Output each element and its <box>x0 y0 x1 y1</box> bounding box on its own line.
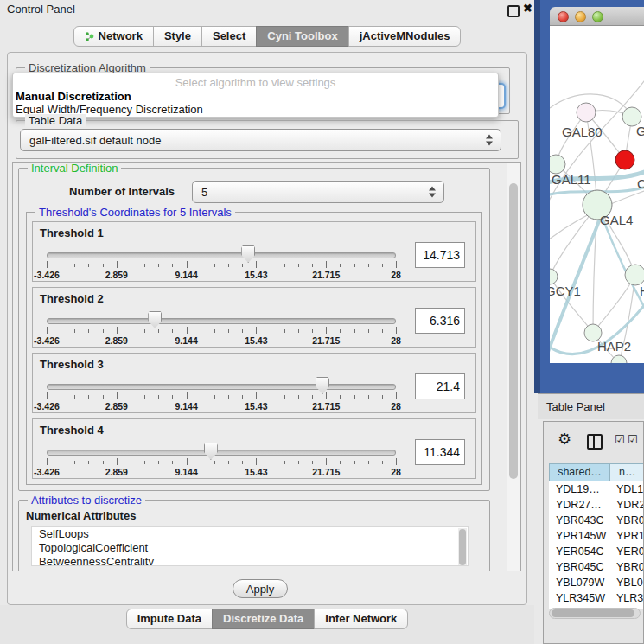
tab-jactivemnodules[interactable]: jActiveMNodules <box>348 26 462 47</box>
column-header-shared-name[interactable]: shared… <box>549 463 610 481</box>
node-gal11[interactable] <box>550 155 565 174</box>
horizontal-scrollbar-thumb[interactable] <box>552 609 634 617</box>
node-selected-red[interactable] <box>615 150 634 169</box>
node-gal80[interactable] <box>577 103 596 122</box>
checkbox-icon[interactable]: ☑ <box>628 433 638 446</box>
network-node-label: GAL4 <box>600 213 633 227</box>
checkbox-icon[interactable]: ☑ <box>615 433 625 446</box>
threshold-value-field[interactable] <box>415 373 465 399</box>
list-scrollbar[interactable] <box>458 528 467 566</box>
slider-thumb[interactable] <box>148 311 162 328</box>
threshold-slider[interactable]: -3.4262.8599.14415.4321.71528 <box>47 443 396 479</box>
tab-label: Style <box>164 27 191 46</box>
cell-name[interactable]: YER0 <box>616 544 643 559</box>
tab-cyni-toolbox[interactable]: Cyni Toolbox <box>256 26 348 47</box>
tab-discretize-data[interactable]: Discretize Data <box>212 609 315 629</box>
tab-infer-network[interactable]: Infer Network <box>314 609 408 629</box>
cell-shared-name[interactable]: YBR043C <box>556 513 604 528</box>
slider-thumb[interactable] <box>241 245 255 263</box>
list-item[interactable]: SelfLoops <box>32 527 468 541</box>
cell-name[interactable]: YBL0 <box>616 575 643 590</box>
network-graph: GAL80 GA C GAL11 GAL4 GCY1 H HAP2 <box>550 26 644 363</box>
table-panel-title: Table Panel <box>546 400 605 413</box>
cell-name[interactable]: YDL1 <box>616 481 643 497</box>
threshold-slider[interactable]: -3.4262.8599.14415.4321.71528 <box>47 377 396 413</box>
cell-shared-name[interactable]: YBL079W <box>556 575 604 590</box>
slider-track[interactable] <box>47 450 396 456</box>
cell-shared-name[interactable]: YDR27… <box>556 497 602 513</box>
threshold-label: Threshold 1 <box>40 226 104 239</box>
cell-name[interactable]: YDR2 <box>616 497 643 513</box>
table-row[interactable]: YER054C YER0 <box>549 544 643 559</box>
table-row[interactable]: YBR045C YBR0 <box>549 559 643 575</box>
column-header-name[interactable]: n… <box>610 463 643 481</box>
numerical-attributes-list: SelfLoops TopologicalCoefficient Between… <box>31 526 469 566</box>
tab-impute-data[interactable]: Impute Data <box>126 609 213 629</box>
algorithm-dropdown-popup: Select algorithm to view settings Manual… <box>12 73 499 118</box>
network-node-label: GAL80 <box>562 124 603 139</box>
threshold-value-field[interactable] <box>415 439 465 465</box>
zoom-traffic-light-icon[interactable] <box>592 11 603 22</box>
node-table: shared… n… YDL19… YDL1 YDR27… YDR2 YBR04… <box>549 463 643 609</box>
vertical-scrollbar-thumb[interactable] <box>509 183 518 479</box>
number-of-intervals-combobox[interactable]: 5 <box>192 181 444 203</box>
node-h[interactable] <box>625 265 644 285</box>
network-node-label: GA <box>636 124 644 138</box>
slider-ticks <box>47 327 396 335</box>
cell-name[interactable]: YPR1 <box>616 528 643 544</box>
tab-network[interactable]: Network <box>73 26 154 47</box>
threshold-value-field[interactable] <box>415 308 465 334</box>
tab-style[interactable]: Style <box>153 26 202 47</box>
table-data-combobox[interactable]: galFiltered.sif default node <box>20 129 501 151</box>
network-window-titlebar[interactable] <box>550 7 644 26</box>
tab-label: Network <box>99 27 143 46</box>
threshold-value-field[interactable] <box>415 242 465 268</box>
close-icon[interactable]: ✖ <box>523 2 532 15</box>
slider-track[interactable] <box>47 318 396 324</box>
list-item[interactable]: BetweennessCentrality <box>32 555 468 566</box>
table-panel-header: Table Panel <box>538 393 644 419</box>
list-scrollbar-thumb[interactable] <box>459 529 466 565</box>
slider-track[interactable] <box>47 384 396 390</box>
cell-shared-name[interactable]: YER054C <box>556 544 604 559</box>
cell-name[interactable]: YBR0 <box>616 559 643 575</box>
cell-name[interactable]: YLR3 <box>616 590 643 606</box>
gear-icon[interactable]: ⚙ <box>558 430 571 449</box>
node-gcy1[interactable] <box>550 269 558 284</box>
minimize-traffic-light-icon[interactable] <box>575 11 586 22</box>
apply-button[interactable]: Apply <box>233 579 288 598</box>
horizontal-scrollbar[interactable] <box>549 608 641 619</box>
cell-name[interactable]: YBR0 <box>616 513 643 528</box>
group-title: Interval Definition <box>28 162 121 175</box>
threshold-slider[interactable]: -3.4262.8599.14415.4321.71528 <box>47 245 396 282</box>
cell-shared-name[interactable]: YDL19… <box>556 481 600 497</box>
columns-icon[interactable] <box>587 434 603 450</box>
table-row[interactable]: YPR145W YPR1 <box>549 528 643 544</box>
table-row[interactable]: YDL19… YDL1 <box>549 481 643 497</box>
slider-thumb[interactable] <box>204 443 218 460</box>
popup-item-manual-discretization[interactable]: Manual Discretization <box>16 90 131 103</box>
cell-shared-name[interactable]: YLR345W <box>556 590 605 606</box>
slider-track[interactable] <box>47 252 396 258</box>
table-row[interactable]: YDR27… YDR2 <box>549 497 643 513</box>
close-traffic-light-icon[interactable] <box>558 11 569 22</box>
tab-select[interactable]: Select <box>201 26 257 47</box>
network-nodes[interactable] <box>550 103 644 363</box>
vertical-scrollbar[interactable] <box>507 163 520 571</box>
attributes-group: Attributes to discretize Numerical Attri… <box>18 500 490 571</box>
table-row[interactable]: YBR043C YBR0 <box>549 513 643 528</box>
threshold-label: Threshold 3 <box>40 358 104 371</box>
node-bottom[interactable] <box>611 355 627 363</box>
float-window-icon[interactable] <box>507 5 520 17</box>
list-item[interactable]: TopologicalCoefficient <box>32 541 468 555</box>
slider-thumb[interactable] <box>316 377 329 394</box>
threshold-2-panel: Threshold 2 -3.4262.8599.14415.4321.7152… <box>32 287 476 348</box>
cell-shared-name[interactable]: YBR045C <box>556 559 604 575</box>
table-row[interactable]: YBL079W YBL0 <box>549 575 643 590</box>
threshold-slider[interactable]: -3.4262.8599.14415.4321.71528 <box>47 311 396 348</box>
network-canvas[interactable]: GAL80 GA C GAL11 GAL4 GCY1 H HAP2 <box>550 26 644 363</box>
cell-shared-name[interactable]: YPR145W <box>556 528 606 544</box>
table-row[interactable]: YLR345W YLR3 <box>549 590 643 606</box>
tab-label: Cyni Toolbox <box>267 27 337 46</box>
group-title: Table Data <box>25 114 86 127</box>
